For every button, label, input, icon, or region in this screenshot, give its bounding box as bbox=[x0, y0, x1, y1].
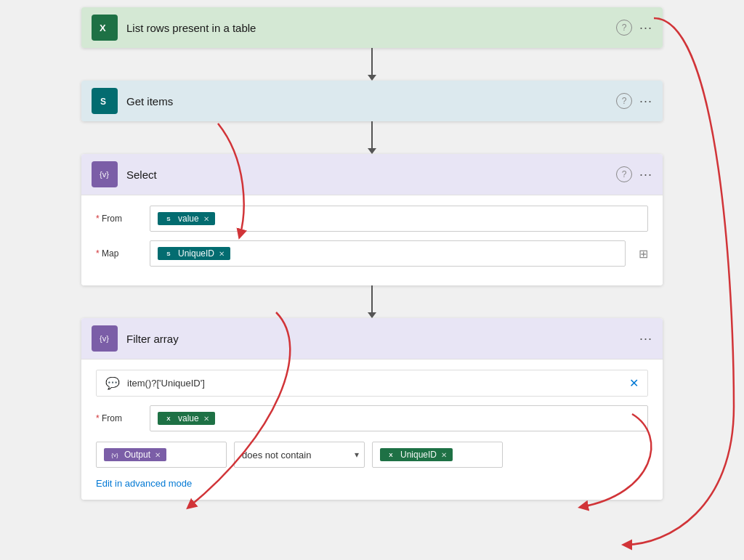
filter-icon: {v} bbox=[92, 325, 118, 352]
map-grid-icon[interactable]: ⊞ bbox=[639, 247, 648, 261]
select-map-field[interactable]: S UniqueID ✕ bbox=[150, 240, 626, 267]
sharepoint-step-title: Get items bbox=[126, 95, 616, 107]
edit-advanced-link[interactable]: Edit in advanced mode bbox=[96, 478, 192, 489]
filter-from-field[interactable]: X value ✕ bbox=[150, 405, 648, 431]
filter-output-token-close[interactable]: ✕ bbox=[155, 451, 161, 459]
excel-more-button[interactable]: ··· bbox=[639, 20, 652, 36]
select-map-label: * Map bbox=[96, 248, 140, 259]
sharepoint-token-icon: S bbox=[163, 214, 174, 224]
select-from-label: * From bbox=[96, 214, 140, 224]
sharepoint-more-button[interactable]: ··· bbox=[639, 94, 652, 109]
arrow-1 bbox=[368, 48, 376, 81]
filter-expression-text: item()?['UniqueID'] bbox=[127, 378, 205, 389]
filter-operator-select[interactable]: does not contain contains equals does no… bbox=[234, 442, 365, 468]
excel-uniqueid-token-icon: X bbox=[386, 450, 396, 460]
select-map-token: S UniqueID ✕ bbox=[158, 247, 230, 260]
select-from-field[interactable]: S value ✕ bbox=[150, 206, 648, 232]
select-help-button[interactable]: ? bbox=[616, 166, 632, 182]
sharepoint-help-button[interactable]: ? bbox=[616, 93, 632, 109]
arrow-3 bbox=[368, 285, 376, 318]
filter-uniqueid-token: X UniqueID ✕ bbox=[380, 448, 453, 461]
filter-left-token-field[interactable]: {v} Output ✕ bbox=[96, 442, 227, 468]
select-map-token-close[interactable]: ✕ bbox=[219, 250, 225, 258]
excel-help-button[interactable]: ? bbox=[616, 20, 632, 36]
svg-text:S: S bbox=[100, 97, 106, 107]
svg-text:X: X bbox=[100, 23, 106, 33]
filter-from-token: X value ✕ bbox=[158, 412, 215, 425]
excel-from-token-icon: X bbox=[163, 413, 174, 423]
arrow-2 bbox=[368, 121, 376, 154]
select-from-token-close[interactable]: ✕ bbox=[203, 215, 209, 223]
select-from-token: S value ✕ bbox=[158, 212, 215, 225]
filter-from-token-close[interactable]: ✕ bbox=[203, 415, 209, 423]
svg-text:{v}: {v} bbox=[100, 170, 109, 179]
select-output-token-icon: {v} bbox=[110, 450, 120, 460]
select-step-title: Select bbox=[126, 169, 616, 181]
filter-operator-dropdown-wrapper[interactable]: does not contain contains equals does no… bbox=[234, 442, 365, 468]
excel-icon: X bbox=[92, 15, 118, 41]
select-step-card: {v} Select ? ··· * From bbox=[81, 154, 663, 285]
filter-step-title: Filter array bbox=[126, 333, 639, 345]
svg-text:{v}: {v} bbox=[100, 334, 109, 343]
filter-expression-close[interactable]: ✕ bbox=[629, 376, 639, 390]
select-more-button[interactable]: ··· bbox=[639, 167, 652, 182]
sharepoint-step-card: S Get items ? ··· bbox=[81, 81, 663, 121]
excel-step-title: List rows present in a table bbox=[126, 22, 616, 34]
filter-uniqueid-token-close[interactable]: ✕ bbox=[441, 451, 447, 459]
sharepoint-icon: S bbox=[92, 88, 118, 114]
sharepoint-map-token-icon: S bbox=[163, 248, 174, 259]
filter-from-label: * From bbox=[96, 413, 140, 423]
filter-right-token-field[interactable]: X UniqueID ✕ bbox=[372, 442, 503, 468]
excel-step-card: X List rows present in a table ? ··· bbox=[81, 7, 663, 48]
select-icon: {v} bbox=[92, 161, 118, 187]
filter-more-button[interactable]: ··· bbox=[639, 331, 652, 346]
filter-step-card: {v} Filter array ··· 💬 item()?['UniqueID… bbox=[81, 318, 663, 500]
filter-output-token: {v} Output ✕ bbox=[104, 448, 166, 461]
filter-expression-icon: 💬 bbox=[105, 376, 120, 390]
